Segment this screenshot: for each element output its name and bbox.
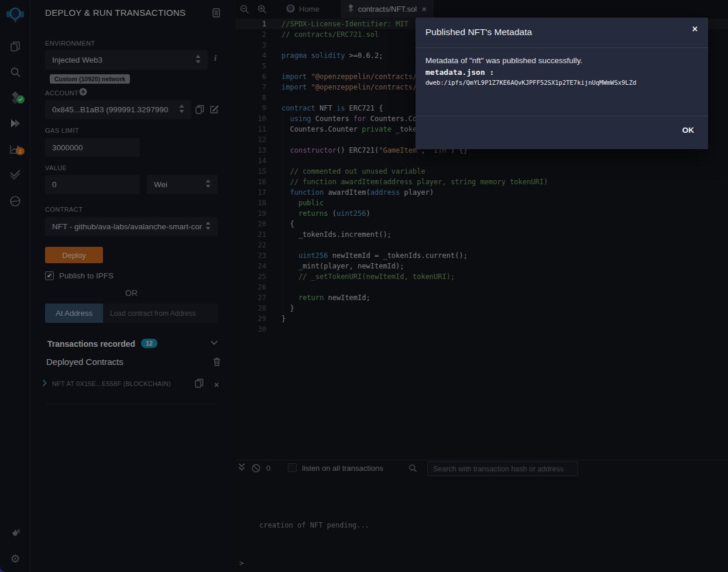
modal-body: Metadata of "nft" was published successf…: [415, 48, 708, 116]
ipfs-hash: dweb:/ipfs/QmYL9P1Z7KE6AQvKJPFF52SX1p2TE…: [425, 79, 698, 86]
modal-title: Published NFT's Metadata: [425, 27, 532, 37]
modal-footer: OK: [415, 116, 708, 149]
modal-close-icon[interactable]: ×: [692, 24, 698, 35]
modal-message: Metadata of "nft" was published successf…: [425, 56, 698, 65]
modal-header: Published NFT's Metadata ×: [415, 18, 708, 48]
remix-ide-window: 1 ⚙ DEPLOY & RUN TRANSACTIONS ENVIRONMEN…: [0, 0, 728, 572]
metadata-file-label: metadata.json :: [425, 68, 698, 77]
ok-button[interactable]: OK: [682, 126, 694, 135]
published-metadata-modal: Published NFT's Metadata × Metadata of "…: [415, 18, 708, 149]
